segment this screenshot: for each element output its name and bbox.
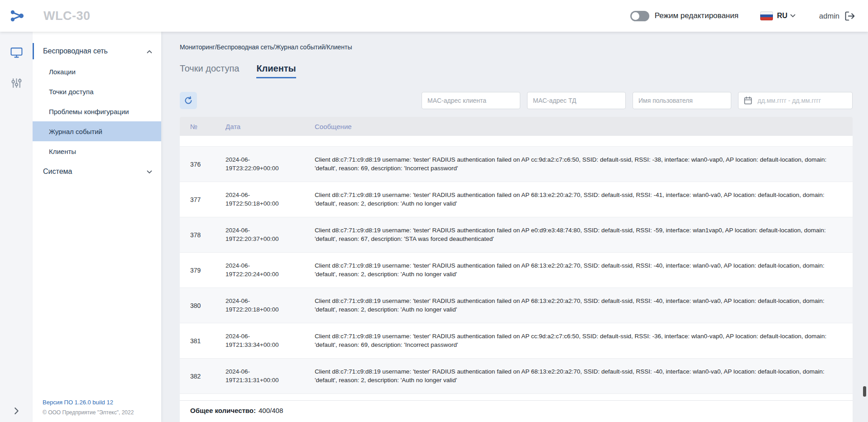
- settings-nav-button[interactable]: [11, 77, 22, 89]
- sidebar-item-label: Клиенты: [49, 148, 76, 155]
- language-selector[interactable]: RU: [777, 12, 796, 20]
- firmware-version-link[interactable]: Версия ПО 1.26.0 build 12: [43, 399, 113, 406]
- edit-mode-label: Режим редактирования: [655, 11, 739, 20]
- event-log-table: № Дата Сообщение 376 2024-06-19T23:22:09…: [180, 117, 853, 422]
- total-count-value: 400/408: [259, 407, 283, 414]
- sidebar-item-label: Проблемы конфигурации: [49, 108, 129, 115]
- row-date: 2024-06-19T23:22:09+00:00: [225, 156, 298, 173]
- table-header-row: № Дата Сообщение: [180, 117, 853, 136]
- row-date: 2024-06-19T21:33:34+00:00: [225, 332, 298, 350]
- logout-button[interactable]: [845, 11, 855, 21]
- date-range-input[interactable]: [738, 92, 853, 109]
- row-number: 379: [190, 267, 225, 274]
- row-date: 2024-06-19T22:20:18+00:00: [225, 297, 298, 314]
- row-date: 2024-06-19T22:50:18+00:00: [225, 191, 298, 208]
- eltex-network-logo-icon: [9, 9, 25, 23]
- chevron-down-icon: [790, 14, 796, 18]
- row-message: Client d8:c7:71:c9:d8:19 username: 'test…: [315, 156, 853, 173]
- sidebar-item-3[interactable]: Проблемы конфигурации: [33, 101, 161, 121]
- breadcrumb: Мониторинг/Беспроводная сеть/Журнал собы…: [180, 43, 853, 51]
- row-message: Client d8:c7:71:c9:d8:19 username: 'test…: [315, 191, 853, 208]
- monitor-icon: [10, 47, 23, 58]
- top-bar: WLC-30 Режим редактирования RU admin: [0, 0, 868, 32]
- ru-flag-icon: [760, 11, 773, 20]
- sidebar-item-label: Локации: [49, 68, 76, 76]
- sidebar-item-4[interactable]: Журнал событий: [33, 121, 161, 141]
- row-number: 381: [190, 337, 225, 345]
- sidebar-group-label: Беспроводная сеть: [43, 47, 147, 55]
- app-logo: [9, 9, 26, 23]
- toolbar: [180, 92, 853, 109]
- row-number: 380: [190, 302, 225, 309]
- sidebar-item-1[interactable]: Локации: [33, 62, 161, 82]
- sidebar-group-wireless[interactable]: Беспроводная сеть: [33, 41, 161, 62]
- sidebar-item-5[interactable]: Клиенты: [33, 141, 161, 161]
- tab-clients[interactable]: Клиенты: [256, 63, 296, 78]
- row-number: 376: [190, 161, 225, 168]
- edit-mode-toggle[interactable]: [630, 11, 649, 21]
- username-filter-input[interactable]: [633, 92, 731, 109]
- sidebar: Беспроводная сеть Локации Точки доступа …: [33, 32, 161, 422]
- row-message: Client d8:c7:71:c9:d8:19 username: 'test…: [315, 368, 853, 385]
- event-log-row: 378 2024-06-19T22:20:37+00:00 Client d8:…: [180, 217, 853, 253]
- row-number: 382: [190, 373, 225, 380]
- sliders-icon: [11, 77, 22, 89]
- event-log-row: 379 2024-06-19T22:20:24+00:00 Client d8:…: [180, 253, 853, 288]
- sidebar-section-items: Локации Точки доступа Проблемы конфигура…: [33, 62, 161, 161]
- ap-mac-filter-input[interactable]: [527, 92, 626, 109]
- icon-rail: [0, 32, 33, 422]
- filters: [422, 92, 853, 109]
- row-message: Client d8:c7:71:c9:d8:19 username: 'test…: [315, 226, 853, 244]
- row-message: Client d8:c7:71:c9:d8:19 username: 'test…: [315, 332, 853, 350]
- total-count-label: Общее количество:: [190, 407, 256, 414]
- row-number: 378: [190, 231, 225, 239]
- date-range-filter: [738, 92, 853, 109]
- table-summary: Общее количество: 400/408: [180, 400, 853, 422]
- refresh-icon: [184, 96, 193, 105]
- event-log-rows: 376 2024-06-19T23:22:09+00:00 Client d8:…: [180, 147, 853, 394]
- sidebar-item-2[interactable]: Точки доступа: [33, 82, 161, 101]
- next-row-remainder: [180, 394, 853, 400]
- row-date: 2024-06-19T21:31:31+00:00: [225, 368, 298, 385]
- scrolled-row-remainder: [180, 136, 853, 147]
- language-label: RU: [777, 12, 787, 20]
- event-log-row: 381 2024-06-19T21:33:34+00:00 Client d8:…: [180, 323, 853, 359]
- copyright-label: © ООО Предприятие "Элтекс", 2022: [43, 409, 154, 416]
- sidebar-expand-button[interactable]: [0, 407, 33, 415]
- column-header-message: Сообщение: [315, 123, 853, 130]
- tab-access-points[interactable]: Точки доступа: [180, 63, 239, 78]
- row-number: 377: [190, 196, 225, 203]
- app-title: WLC-30: [43, 9, 91, 23]
- chevron-down-icon: [147, 168, 152, 176]
- row-date: 2024-06-19T22:20:37+00:00: [225, 226, 298, 244]
- vertical-scrollbar-thumb[interactable]: [863, 386, 866, 397]
- column-header-number: №: [190, 123, 225, 130]
- sidebar-item-label: Точки доступа: [49, 88, 94, 96]
- client-mac-filter-input[interactable]: [422, 92, 520, 109]
- event-log-row: 377 2024-06-19T22:50:18+00:00 Client d8:…: [180, 182, 853, 217]
- event-log-row: 382 2024-06-19T21:31:31+00:00 Client d8:…: [180, 359, 853, 394]
- monitoring-nav-button[interactable]: [10, 47, 23, 58]
- chevron-right-icon: [14, 407, 19, 415]
- row-message: Client d8:c7:71:c9:d8:19 username: 'test…: [315, 262, 853, 279]
- tab-bar: Точки доступа Клиенты: [180, 63, 853, 78]
- chevron-up-icon: [147, 47, 152, 55]
- row-message: Client d8:c7:71:c9:d8:19 username: 'test…: [315, 297, 853, 314]
- sidebar-group-system[interactable]: Система: [33, 161, 161, 182]
- refresh-button[interactable]: [180, 92, 197, 109]
- toggle-knob: [632, 12, 639, 20]
- username-label: admin: [819, 12, 839, 20]
- sidebar-item-label: Журнал событий: [49, 128, 102, 135]
- main-content: Мониторинг/Беспроводная сеть/Журнал собы…: [161, 32, 868, 422]
- sidebar-footer: Версия ПО 1.26.0 build 12 © ООО Предприя…: [33, 398, 161, 422]
- logout-icon: [845, 11, 855, 21]
- sidebar-group-label: Система: [43, 168, 147, 176]
- event-log-row: 380 2024-06-19T22:20:18+00:00 Client d8:…: [180, 288, 853, 323]
- column-header-date: Дата: [225, 123, 298, 130]
- event-log-row: 376 2024-06-19T23:22:09+00:00 Client d8:…: [180, 147, 853, 182]
- row-date: 2024-06-19T22:20:24+00:00: [225, 262, 298, 279]
